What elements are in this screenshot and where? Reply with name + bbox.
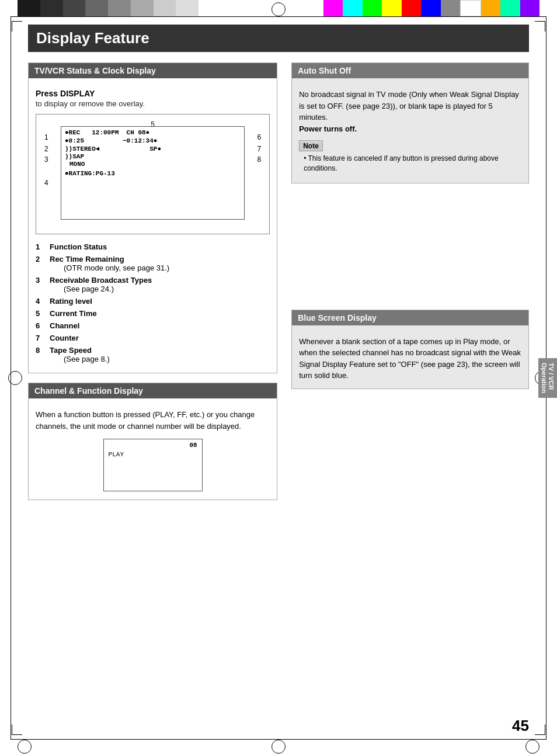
- color-bar: [108, 0, 131, 16]
- label-4: 4: [44, 179, 48, 187]
- feature-item-3: 3 Receivable Broadcast Types (See page 2…: [36, 276, 270, 293]
- channel-function-section: Channel & Function Display When a functi…: [28, 383, 277, 500]
- blue-screen-header: Blue Screen Display: [292, 310, 528, 325]
- reg-mark-bottom-left: [18, 740, 32, 754]
- feature-item-1: 1 Function Status: [36, 242, 270, 251]
- color-bar: [85, 0, 108, 16]
- label-7: 7: [257, 145, 261, 153]
- side-tab-line2: Operation: [541, 363, 548, 393]
- page-title: Display Feature: [36, 29, 521, 47]
- color-bar: [154, 0, 176, 16]
- label-3: 3: [44, 155, 48, 164]
- left-column: TV/VCR Status & Clock Display Press DISP…: [28, 63, 277, 500]
- screen-row-5: MONO: [61, 160, 244, 168]
- screen-row-4: ))SAP: [61, 152, 244, 160]
- color-bar: [402, 0, 421, 16]
- press-display-sub: to display or remove the overlay.: [36, 99, 270, 108]
- screen-row-1: ●REC 12:00PM CH 08●: [61, 127, 244, 136]
- spacer: [291, 193, 529, 310]
- side-tab: TV / VCR Operation: [538, 358, 557, 398]
- tv-vcr-status-section: TV/VCR Status & Clock Display Press DISP…: [28, 63, 277, 373]
- auto-shutoff-header: Auto Shut Off: [292, 63, 528, 78]
- color-bar: [500, 0, 520, 16]
- ch-screen: 08 PLAY: [103, 439, 203, 491]
- label-6: 6: [257, 133, 261, 141]
- ch-number: 08: [189, 442, 197, 449]
- tv-screen-box: ●REC 12:00PM CH 08● ●0:25 −0:12:34● ))ST…: [61, 126, 245, 220]
- color-bar: [382, 0, 401, 16]
- reg-mark-center-bottom: [271, 740, 286, 754]
- color-bar: [131, 0, 154, 16]
- blue-screen-section: Blue Screen Display Whenever a blank sec…: [291, 310, 529, 389]
- page-number: 45: [512, 717, 529, 735]
- tv-display-diagram: 5 1 2 3 4 6 7: [36, 114, 270, 234]
- color-bar: [176, 0, 199, 16]
- label-2: 2: [44, 145, 48, 153]
- feature-item-4: 4 Rating level: [36, 297, 270, 306]
- page-title-bar: Display Feature: [28, 25, 529, 52]
- features-list: 1 Function Status 2 Rec Time Remaining (…: [36, 242, 270, 363]
- color-bar: [421, 0, 440, 16]
- color-bar: [18, 0, 40, 16]
- feature-item-8: 8 Tape Speed (See page 8.): [36, 346, 270, 363]
- color-bar: [343, 0, 362, 16]
- label-8: 8: [257, 155, 261, 164]
- corner-bracket-bl: [12, 724, 22, 735]
- color-bar: [481, 0, 500, 16]
- color-bar: [63, 0, 86, 16]
- color-bar: [520, 0, 539, 16]
- tv-vcr-status-header: TV/VCR Status & Clock Display: [29, 63, 277, 78]
- label-1: 1: [44, 133, 48, 141]
- auto-shutoff-section: Auto Shut Off No broadcast signal in TV …: [291, 63, 529, 183]
- channel-function-header: Channel & Function Display: [29, 383, 277, 398]
- side-tab-line1: TV / VCR: [548, 363, 555, 390]
- feature-item-2: 2 Rec Time Remaining (OTR mode only, see…: [36, 255, 270, 272]
- feature-item-6: 6 Channel: [36, 321, 270, 330]
- reg-mark-bottom-right: [525, 740, 539, 754]
- note-text: • This feature is canceled if any button…: [299, 151, 521, 176]
- color-bar: [323, 0, 343, 16]
- blue-screen-text: Whenever a blank section of a tape comes…: [299, 336, 521, 382]
- corner-bracket-br: [535, 724, 545, 735]
- ch-play-label: PLAY: [109, 451, 124, 458]
- color-bar: [363, 0, 382, 16]
- screen-row-2: ●0:25 −0:12:34●: [61, 136, 244, 144]
- channel-function-text: When a function button is pressed (PLAY,…: [36, 409, 270, 432]
- screen-row-6: ●RATING:PG-13: [61, 168, 244, 177]
- color-bar: [441, 0, 460, 16]
- press-display-title: Press DISPLAY: [36, 89, 270, 98]
- color-bar: [460, 0, 481, 16]
- color-bar: [40, 0, 63, 16]
- channel-diagram: 08 PLAY: [36, 439, 270, 491]
- note-container: Note • This feature is canceled if any b…: [299, 140, 521, 176]
- screen-row-3: ))STEREO◄ SP●: [61, 144, 244, 152]
- note-box: Note: [299, 140, 323, 151]
- feature-item-5: 5 Current Time: [36, 309, 270, 318]
- right-column: Auto Shut Off No broadcast signal in TV …: [291, 63, 529, 500]
- auto-shutoff-text: No broadcast signal in TV mode (Only whe…: [299, 89, 521, 134]
- feature-item-7: 7 Counter: [36, 334, 270, 342]
